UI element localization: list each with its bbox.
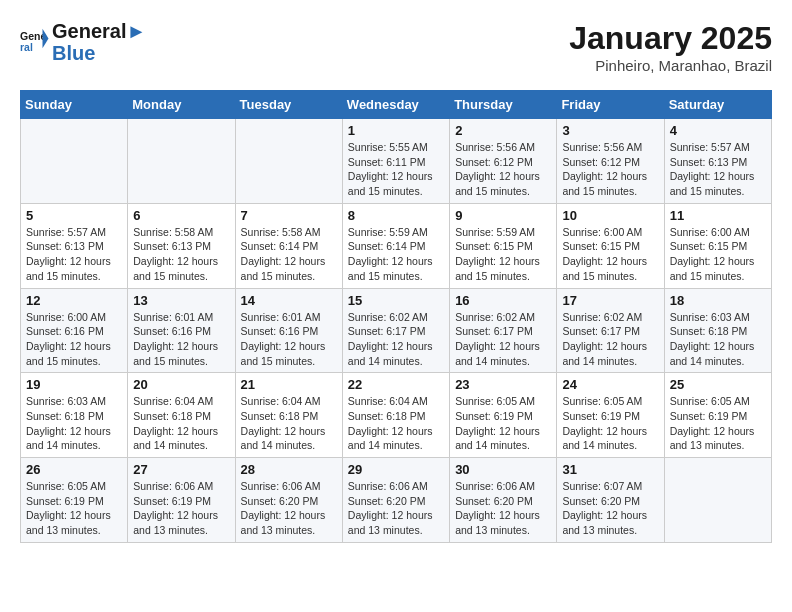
table-row: 27Sunrise: 6:06 AM Sunset: 6:19 PM Dayli… xyxy=(128,458,235,543)
table-row xyxy=(664,458,771,543)
table-row: 2Sunrise: 5:56 AM Sunset: 6:12 PM Daylig… xyxy=(450,119,557,204)
table-row: 17Sunrise: 6:02 AM Sunset: 6:17 PM Dayli… xyxy=(557,288,664,373)
location-subtitle: Pinheiro, Maranhao, Brazil xyxy=(569,57,772,74)
table-row: 31Sunrise: 6:07 AM Sunset: 6:20 PM Dayli… xyxy=(557,458,664,543)
logo: Gene ral General► Blue xyxy=(20,20,146,64)
day-detail: Sunrise: 6:00 AM Sunset: 6:15 PM Dayligh… xyxy=(562,225,658,284)
day-detail: Sunrise: 5:59 AM Sunset: 6:14 PM Dayligh… xyxy=(348,225,444,284)
col-sunday: Sunday xyxy=(21,91,128,119)
day-number: 20 xyxy=(133,377,229,392)
calendar-week-row: 12Sunrise: 6:00 AM Sunset: 6:16 PM Dayli… xyxy=(21,288,772,373)
logo-text-line1: General► xyxy=(52,20,146,42)
day-detail: Sunrise: 6:00 AM Sunset: 6:15 PM Dayligh… xyxy=(670,225,766,284)
day-number: 1 xyxy=(348,123,444,138)
table-row: 30Sunrise: 6:06 AM Sunset: 6:20 PM Dayli… xyxy=(450,458,557,543)
day-number: 27 xyxy=(133,462,229,477)
calendar-header-row: Sunday Monday Tuesday Wednesday Thursday… xyxy=(21,91,772,119)
day-detail: Sunrise: 6:02 AM Sunset: 6:17 PM Dayligh… xyxy=(562,310,658,369)
day-number: 3 xyxy=(562,123,658,138)
day-number: 8 xyxy=(348,208,444,223)
table-row: 14Sunrise: 6:01 AM Sunset: 6:16 PM Dayli… xyxy=(235,288,342,373)
day-number: 12 xyxy=(26,293,122,308)
col-friday: Friday xyxy=(557,91,664,119)
table-row: 12Sunrise: 6:00 AM Sunset: 6:16 PM Dayli… xyxy=(21,288,128,373)
day-number: 23 xyxy=(455,377,551,392)
day-detail: Sunrise: 6:02 AM Sunset: 6:17 PM Dayligh… xyxy=(455,310,551,369)
day-number: 24 xyxy=(562,377,658,392)
table-row: 21Sunrise: 6:04 AM Sunset: 6:18 PM Dayli… xyxy=(235,373,342,458)
col-thursday: Thursday xyxy=(450,91,557,119)
day-detail: Sunrise: 6:05 AM Sunset: 6:19 PM Dayligh… xyxy=(455,394,551,453)
col-monday: Monday xyxy=(128,91,235,119)
table-row: 15Sunrise: 6:02 AM Sunset: 6:17 PM Dayli… xyxy=(342,288,449,373)
table-row: 11Sunrise: 6:00 AM Sunset: 6:15 PM Dayli… xyxy=(664,203,771,288)
calendar-week-row: 26Sunrise: 6:05 AM Sunset: 6:19 PM Dayli… xyxy=(21,458,772,543)
table-row: 25Sunrise: 6:05 AM Sunset: 6:19 PM Dayli… xyxy=(664,373,771,458)
day-detail: Sunrise: 5:59 AM Sunset: 6:15 PM Dayligh… xyxy=(455,225,551,284)
day-detail: Sunrise: 6:01 AM Sunset: 6:16 PM Dayligh… xyxy=(133,310,229,369)
day-detail: Sunrise: 6:06 AM Sunset: 6:20 PM Dayligh… xyxy=(348,479,444,538)
calendar-week-row: 1Sunrise: 5:55 AM Sunset: 6:11 PM Daylig… xyxy=(21,119,772,204)
table-row: 16Sunrise: 6:02 AM Sunset: 6:17 PM Dayli… xyxy=(450,288,557,373)
day-detail: Sunrise: 6:06 AM Sunset: 6:20 PM Dayligh… xyxy=(241,479,337,538)
table-row: 24Sunrise: 6:05 AM Sunset: 6:19 PM Dayli… xyxy=(557,373,664,458)
day-number: 2 xyxy=(455,123,551,138)
day-detail: Sunrise: 6:04 AM Sunset: 6:18 PM Dayligh… xyxy=(348,394,444,453)
day-detail: Sunrise: 5:57 AM Sunset: 6:13 PM Dayligh… xyxy=(26,225,122,284)
day-detail: Sunrise: 6:04 AM Sunset: 6:18 PM Dayligh… xyxy=(133,394,229,453)
table-row: 23Sunrise: 6:05 AM Sunset: 6:19 PM Dayli… xyxy=(450,373,557,458)
day-number: 29 xyxy=(348,462,444,477)
table-row: 22Sunrise: 6:04 AM Sunset: 6:18 PM Dayli… xyxy=(342,373,449,458)
day-detail: Sunrise: 6:03 AM Sunset: 6:18 PM Dayligh… xyxy=(670,310,766,369)
table-row: 9Sunrise: 5:59 AM Sunset: 6:15 PM Daylig… xyxy=(450,203,557,288)
day-number: 19 xyxy=(26,377,122,392)
table-row xyxy=(128,119,235,204)
day-number: 7 xyxy=(241,208,337,223)
day-number: 15 xyxy=(348,293,444,308)
table-row: 8Sunrise: 5:59 AM Sunset: 6:14 PM Daylig… xyxy=(342,203,449,288)
table-row: 19Sunrise: 6:03 AM Sunset: 6:18 PM Dayli… xyxy=(21,373,128,458)
svg-text:ral: ral xyxy=(20,41,33,53)
day-detail: Sunrise: 5:57 AM Sunset: 6:13 PM Dayligh… xyxy=(670,140,766,199)
calendar-week-row: 5Sunrise: 5:57 AM Sunset: 6:13 PM Daylig… xyxy=(21,203,772,288)
table-row: 28Sunrise: 6:06 AM Sunset: 6:20 PM Dayli… xyxy=(235,458,342,543)
table-row: 20Sunrise: 6:04 AM Sunset: 6:18 PM Dayli… xyxy=(128,373,235,458)
day-detail: Sunrise: 6:04 AM Sunset: 6:18 PM Dayligh… xyxy=(241,394,337,453)
day-detail: Sunrise: 5:58 AM Sunset: 6:13 PM Dayligh… xyxy=(133,225,229,284)
month-title: January 2025 xyxy=(569,20,772,57)
day-detail: Sunrise: 5:58 AM Sunset: 6:14 PM Dayligh… xyxy=(241,225,337,284)
day-number: 11 xyxy=(670,208,766,223)
day-number: 13 xyxy=(133,293,229,308)
calendar-week-row: 19Sunrise: 6:03 AM Sunset: 6:18 PM Dayli… xyxy=(21,373,772,458)
day-number: 18 xyxy=(670,293,766,308)
table-row: 26Sunrise: 6:05 AM Sunset: 6:19 PM Dayli… xyxy=(21,458,128,543)
table-row: 18Sunrise: 6:03 AM Sunset: 6:18 PM Dayli… xyxy=(664,288,771,373)
col-saturday: Saturday xyxy=(664,91,771,119)
table-row: 1Sunrise: 5:55 AM Sunset: 6:11 PM Daylig… xyxy=(342,119,449,204)
day-detail: Sunrise: 6:07 AM Sunset: 6:20 PM Dayligh… xyxy=(562,479,658,538)
table-row xyxy=(21,119,128,204)
day-detail: Sunrise: 6:01 AM Sunset: 6:16 PM Dayligh… xyxy=(241,310,337,369)
day-detail: Sunrise: 5:56 AM Sunset: 6:12 PM Dayligh… xyxy=(455,140,551,199)
day-detail: Sunrise: 6:02 AM Sunset: 6:17 PM Dayligh… xyxy=(348,310,444,369)
day-number: 25 xyxy=(670,377,766,392)
day-number: 26 xyxy=(26,462,122,477)
day-detail: Sunrise: 6:06 AM Sunset: 6:19 PM Dayligh… xyxy=(133,479,229,538)
day-number: 5 xyxy=(26,208,122,223)
day-number: 6 xyxy=(133,208,229,223)
logo-icon: Gene ral xyxy=(20,25,50,55)
day-detail: Sunrise: 6:00 AM Sunset: 6:16 PM Dayligh… xyxy=(26,310,122,369)
day-detail: Sunrise: 6:03 AM Sunset: 6:18 PM Dayligh… xyxy=(26,394,122,453)
day-detail: Sunrise: 6:05 AM Sunset: 6:19 PM Dayligh… xyxy=(562,394,658,453)
table-row: 29Sunrise: 6:06 AM Sunset: 6:20 PM Dayli… xyxy=(342,458,449,543)
day-number: 28 xyxy=(241,462,337,477)
day-number: 16 xyxy=(455,293,551,308)
title-block: January 2025 Pinheiro, Maranhao, Brazil xyxy=(569,20,772,74)
table-row: 13Sunrise: 6:01 AM Sunset: 6:16 PM Dayli… xyxy=(128,288,235,373)
table-row: 10Sunrise: 6:00 AM Sunset: 6:15 PM Dayli… xyxy=(557,203,664,288)
day-number: 4 xyxy=(670,123,766,138)
table-row: 5Sunrise: 5:57 AM Sunset: 6:13 PM Daylig… xyxy=(21,203,128,288)
day-detail: Sunrise: 5:56 AM Sunset: 6:12 PM Dayligh… xyxy=(562,140,658,199)
table-row: 7Sunrise: 5:58 AM Sunset: 6:14 PM Daylig… xyxy=(235,203,342,288)
col-wednesday: Wednesday xyxy=(342,91,449,119)
